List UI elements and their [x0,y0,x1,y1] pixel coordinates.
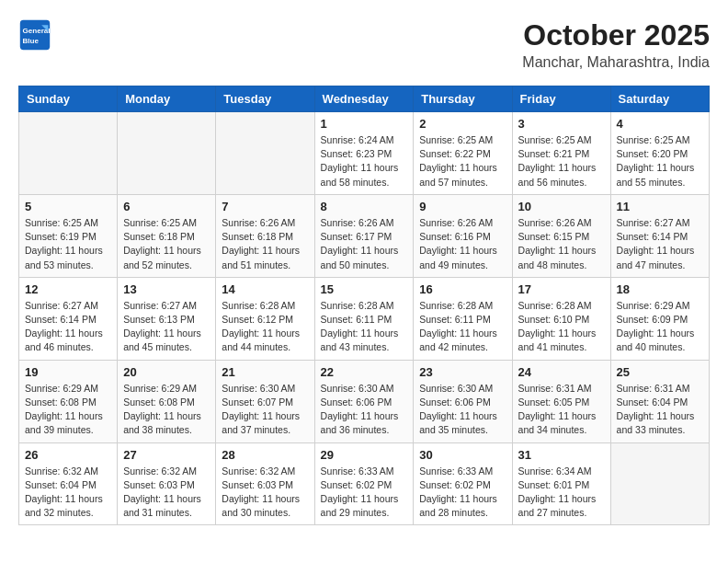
day-info: Sunrise: 6:26 AM Sunset: 6:18 PM Dayligh… [222,216,308,272]
calendar-week-row: 12Sunrise: 6:27 AM Sunset: 6:14 PM Dayli… [19,277,710,360]
day-info: Sunrise: 6:32 AM Sunset: 6:03 PM Dayligh… [123,465,210,521]
day-number: 20 [123,365,210,379]
calendar-cell: 16Sunrise: 6:28 AM Sunset: 6:11 PM Dayli… [414,277,512,360]
day-info: Sunrise: 6:25 AM Sunset: 6:22 PM Dayligh… [419,133,506,190]
day-info: Sunrise: 6:28 AM Sunset: 6:12 PM Dayligh… [222,299,308,355]
day-number: 1 [321,117,408,131]
calendar-cell: 17Sunrise: 6:28 AM Sunset: 6:10 PM Dayli… [512,277,610,360]
calendar-cell: 5Sunrise: 6:25 AM Sunset: 6:19 PM Daylig… [19,194,118,277]
calendar-cell: 4Sunrise: 6:25 AM Sunset: 6:20 PM Daylig… [610,112,709,195]
day-number: 6 [123,200,210,213]
location-title: Manchar, Maharashtra, India [522,54,710,71]
calendar-cell: 24Sunrise: 6:31 AM Sunset: 6:05 PM Dayli… [512,360,610,442]
calendar-cell [118,112,216,195]
day-info: Sunrise: 6:27 AM Sunset: 6:14 PM Dayligh… [617,216,703,272]
day-info: Sunrise: 6:27 AM Sunset: 6:13 PM Dayligh… [123,299,210,355]
calendar-cell: 18Sunrise: 6:29 AM Sunset: 6:09 PM Dayli… [610,277,709,360]
calendar-cell: 21Sunrise: 6:30 AM Sunset: 6:07 PM Dayli… [216,360,314,442]
weekday-header-monday: Monday [118,86,216,112]
weekday-header-friday: Friday [512,86,610,112]
logo: General Blue [18,18,51,52]
weekday-header-tuesday: Tuesday [216,86,314,112]
day-number: 3 [518,117,605,131]
day-number: 12 [25,282,111,296]
calendar-cell: 10Sunrise: 6:26 AM Sunset: 6:15 PM Dayli… [512,194,610,277]
day-number: 27 [123,448,210,462]
day-info: Sunrise: 6:30 AM Sunset: 6:07 PM Dayligh… [222,382,308,438]
day-info: Sunrise: 6:31 AM Sunset: 6:05 PM Dayligh… [518,382,605,438]
calendar-week-row: 1Sunrise: 6:24 AM Sunset: 6:23 PM Daylig… [19,112,710,195]
day-info: Sunrise: 6:26 AM Sunset: 6:15 PM Dayligh… [518,216,605,272]
calendar-cell: 13Sunrise: 6:27 AM Sunset: 6:13 PM Dayli… [118,277,216,360]
day-number: 8 [321,200,408,213]
day-number: 2 [419,117,506,131]
day-number: 9 [419,200,506,213]
day-number: 11 [617,200,703,213]
day-number: 13 [123,282,210,296]
day-number: 24 [518,365,605,379]
day-number: 18 [617,282,703,296]
weekday-header-row: SundayMondayTuesdayWednesdayThursdayFrid… [19,86,710,112]
calendar-cell: 20Sunrise: 6:29 AM Sunset: 6:08 PM Dayli… [118,360,216,442]
calendar-cell: 28Sunrise: 6:32 AM Sunset: 6:03 PM Dayli… [216,442,314,525]
day-number: 26 [25,448,111,462]
calendar-cell: 8Sunrise: 6:26 AM Sunset: 6:17 PM Daylig… [314,194,414,277]
day-info: Sunrise: 6:32 AM Sunset: 6:03 PM Dayligh… [222,465,308,521]
day-number: 28 [222,448,308,462]
day-number: 7 [222,200,308,213]
calendar-cell: 23Sunrise: 6:30 AM Sunset: 6:06 PM Dayli… [414,360,512,442]
day-number: 29 [321,448,408,462]
weekday-header-saturday: Saturday [610,86,709,112]
day-info: Sunrise: 6:32 AM Sunset: 6:04 PM Dayligh… [25,465,111,521]
day-number: 5 [25,200,111,213]
day-number: 23 [419,365,506,379]
day-info: Sunrise: 6:29 AM Sunset: 6:08 PM Dayligh… [25,382,111,438]
day-number: 31 [518,448,605,462]
day-number: 25 [617,365,703,379]
day-info: Sunrise: 6:31 AM Sunset: 6:04 PM Dayligh… [617,382,703,438]
day-info: Sunrise: 6:25 AM Sunset: 6:19 PM Dayligh… [25,216,111,272]
calendar-cell: 25Sunrise: 6:31 AM Sunset: 6:04 PM Dayli… [610,360,709,442]
day-number: 14 [222,282,308,296]
calendar-cell [19,112,118,195]
day-info: Sunrise: 6:29 AM Sunset: 6:09 PM Dayligh… [617,299,703,355]
calendar-cell: 15Sunrise: 6:28 AM Sunset: 6:11 PM Dayli… [314,277,414,360]
month-title: October 2025 [522,18,710,52]
day-info: Sunrise: 6:28 AM Sunset: 6:11 PM Dayligh… [419,299,506,355]
calendar-cell: 3Sunrise: 6:25 AM Sunset: 6:21 PM Daylig… [512,112,610,195]
day-number: 30 [419,448,506,462]
calendar-cell: 1Sunrise: 6:24 AM Sunset: 6:23 PM Daylig… [314,112,414,195]
day-info: Sunrise: 6:33 AM Sunset: 6:02 PM Dayligh… [321,465,408,521]
day-info: Sunrise: 6:28 AM Sunset: 6:11 PM Dayligh… [321,299,408,355]
calendar-cell: 12Sunrise: 6:27 AM Sunset: 6:14 PM Dayli… [19,277,118,360]
calendar-week-row: 19Sunrise: 6:29 AM Sunset: 6:08 PM Dayli… [19,360,710,442]
calendar-cell: 6Sunrise: 6:25 AM Sunset: 6:18 PM Daylig… [118,194,216,277]
day-info: Sunrise: 6:26 AM Sunset: 6:16 PM Dayligh… [419,216,506,272]
day-info: Sunrise: 6:26 AM Sunset: 6:17 PM Dayligh… [321,216,408,272]
calendar-cell: 30Sunrise: 6:33 AM Sunset: 6:02 PM Dayli… [414,442,512,525]
calendar-cell [216,112,314,195]
day-info: Sunrise: 6:25 AM Sunset: 6:21 PM Dayligh… [518,133,605,190]
day-info: Sunrise: 6:30 AM Sunset: 6:06 PM Dayligh… [419,382,506,438]
day-info: Sunrise: 6:34 AM Sunset: 6:01 PM Dayligh… [518,465,605,521]
calendar-cell: 7Sunrise: 6:26 AM Sunset: 6:18 PM Daylig… [216,194,314,277]
calendar-week-row: 26Sunrise: 6:32 AM Sunset: 6:04 PM Dayli… [19,442,710,525]
page-header: General Blue October 2025 Manchar, Mahar… [18,18,710,71]
calendar-cell: 14Sunrise: 6:28 AM Sunset: 6:12 PM Dayli… [216,277,314,360]
calendar-cell: 27Sunrise: 6:32 AM Sunset: 6:03 PM Dayli… [118,442,216,525]
day-info: Sunrise: 6:33 AM Sunset: 6:02 PM Dayligh… [419,465,506,521]
calendar-cell: 19Sunrise: 6:29 AM Sunset: 6:08 PM Dayli… [19,360,118,442]
day-info: Sunrise: 6:25 AM Sunset: 6:18 PM Dayligh… [123,216,210,272]
day-info: Sunrise: 6:28 AM Sunset: 6:10 PM Dayligh… [518,299,605,355]
logo-icon: General Blue [18,18,51,52]
calendar-cell: 2Sunrise: 6:25 AM Sunset: 6:22 PM Daylig… [414,112,512,195]
weekday-header-sunday: Sunday [19,86,118,112]
day-info: Sunrise: 6:27 AM Sunset: 6:14 PM Dayligh… [25,299,111,355]
day-number: 15 [321,282,408,296]
day-number: 19 [25,365,111,379]
calendar-table: SundayMondayTuesdayWednesdayThursdayFrid… [18,86,710,525]
calendar-cell: 26Sunrise: 6:32 AM Sunset: 6:04 PM Dayli… [19,442,118,525]
day-number: 17 [518,282,605,296]
day-number: 16 [419,282,506,296]
calendar-cell: 22Sunrise: 6:30 AM Sunset: 6:06 PM Dayli… [314,360,414,442]
